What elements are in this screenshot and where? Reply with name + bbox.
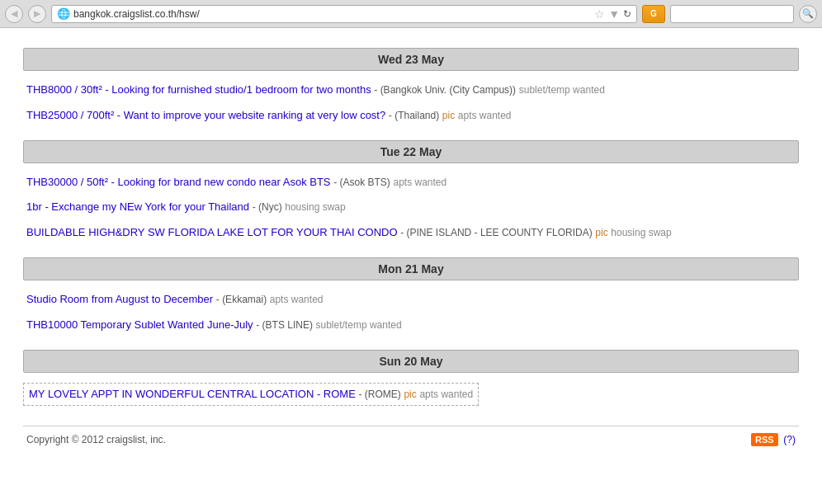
listing-tag: apts wanted <box>458 110 512 121</box>
listing-meta: - (ROME) <box>358 389 400 400</box>
day-header-mon: Mon 21 May <box>23 257 799 280</box>
listing-tag: apts wanted <box>270 294 324 305</box>
listing-meta: - (Nyc) <box>253 201 282 213</box>
bookmark-icon: ☆ <box>594 7 605 21</box>
list-item: MY LOVELY APPT IN WONDERFUL CENTRAL LOCA… <box>23 383 479 407</box>
list-item: THB10000 Temporary Sublet Wanted June-Ju… <box>23 313 799 338</box>
list-item: THB30000 / 50ft² - Looking for brand new… <box>23 170 799 195</box>
list-item: THB25000 / 700ft² - Want to improve your… <box>23 103 799 129</box>
rss-badge[interactable]: RSS <box>751 433 778 446</box>
listing-link[interactable]: Studio Room from August to December <box>26 293 213 305</box>
listing-link[interactable]: MY LOVELY APPT IN WONDERFUL CENTRAL LOCA… <box>29 388 356 400</box>
listing-meta: - (Bangkok Univ. (City Campus)) <box>374 84 516 96</box>
forward-button[interactable]: ▶ <box>28 5 46 23</box>
list-item: THB8000 / 30ft² - Looking for furnished … <box>23 78 799 103</box>
url-text: bangkok.craigslist.co.th/hsw/ <box>73 8 591 20</box>
listing-link[interactable]: THB25000 / 700ft² - Want to improve your… <box>26 109 385 121</box>
address-bar[interactable]: 🌐 bangkok.craigslist.co.th/hsw/ ☆ ▼ ↻ <box>51 5 637 23</box>
listing-meta: - (Ekkamai) <box>216 294 267 305</box>
rss-section: RSS (?) <box>751 433 796 445</box>
listing-link[interactable]: THB10000 Temporary Sublet Wanted June-Ju… <box>26 318 253 331</box>
list-item: BUILDABLE HIGH&DRY SW FLORIDA LAKE LOT F… <box>23 220 799 246</box>
listing-tag-pic: pic <box>404 389 416 400</box>
listing-tag: housing swap <box>611 227 671 238</box>
page-content: Wed 23 May THB8000 / 30ft² - Looking for… <box>7 28 815 460</box>
listing-link[interactable]: THB8000 / 30ft² - Looking for furnished … <box>26 83 371 96</box>
listing-meta: - (PINE ISLAND - LEE COUNTY FLORIDA) <box>400 227 592 238</box>
listing-link[interactable]: BUILDABLE HIGH&DRY SW FLORIDA LAKE LOT F… <box>26 226 398 238</box>
browser-toolbar: ◀ ▶ 🌐 bangkok.craigslist.co.th/hsw/ ☆ ▼ … <box>0 0 822 28</box>
google-button[interactable]: G <box>642 5 665 23</box>
day-header-sun: Sun 20 May <box>23 350 799 373</box>
listing-link[interactable]: 1br - Exchange my NEw York for your Thai… <box>26 200 249 213</box>
back-button[interactable]: ◀ <box>5 5 23 23</box>
copyright-text: Copyright © 2012 craigslist, inc. <box>26 434 166 445</box>
listing-meta: - (Asok BTS) <box>333 177 390 188</box>
down-icon: ▼ <box>608 7 620 21</box>
page-footer: Copyright © 2012 craigslist, inc. RSS (?… <box>23 426 799 452</box>
globe-icon: 🌐 <box>57 7 70 20</box>
day-header-tue: Tue 22 May <box>23 140 799 163</box>
listing-tag: apts wanted <box>419 389 473 400</box>
listing-tag: apts wanted <box>393 177 446 188</box>
list-item: Studio Room from August to December - (E… <box>23 287 799 313</box>
listing-tag: sublet/temp wanted <box>519 84 605 96</box>
search-input[interactable] <box>670 5 794 23</box>
list-item: 1br - Exchange my NEw York for your Thai… <box>23 195 799 220</box>
day-header-wed: Wed 23 May <box>23 48 799 71</box>
listing-meta: - (Thailand) <box>389 110 439 121</box>
search-button[interactable]: 🔍 <box>799 5 817 23</box>
listing-tag-pic: pic <box>442 110 455 121</box>
listing-meta: - (BTS LINE) <box>256 319 313 331</box>
listing-tag: housing swap <box>285 201 345 213</box>
listing-link[interactable]: THB30000 / 50ft² - Looking for brand new… <box>26 176 331 188</box>
listing-tag-pic: pic <box>595 227 607 238</box>
listing-tag: sublet/temp wanted <box>316 319 402 331</box>
help-link[interactable]: (?) <box>783 434 796 445</box>
refresh-icon[interactable]: ↻ <box>623 8 631 20</box>
